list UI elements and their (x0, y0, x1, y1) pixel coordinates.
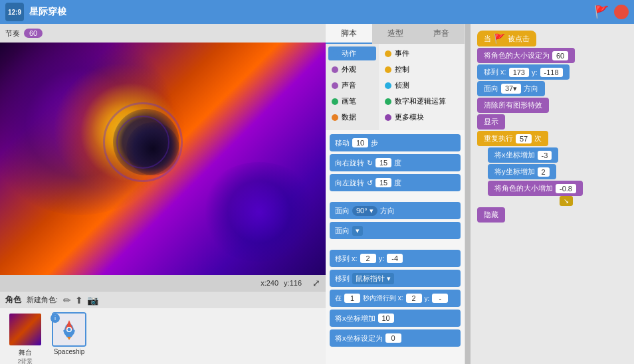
block-goto-label: 移到 x: (335, 254, 358, 264)
cat-events[interactable]: 事件 (381, 46, 462, 60)
change-size-block[interactable]: 将角色的大小增加 -0.8 (488, 181, 583, 196)
change-y-block[interactable]: 将y坐标增加 2 (488, 164, 556, 179)
cat-control[interactable]: 控制 (381, 62, 462, 76)
sprite-panel-title: 角色 (5, 294, 21, 306)
block-goto-mouse-label: 移到 (335, 274, 350, 284)
cat-sound-label: 声音 (342, 80, 356, 90)
camera-icon[interactable]: 📷 (87, 295, 98, 306)
blocks-categories: 动作 外观 声音 画笔 数据 (326, 44, 465, 130)
stage-item[interactable]: 舞台 2背景 (5, 312, 45, 364)
hide-block[interactable]: 隐藏 (477, 207, 505, 223)
svg-point-3 (68, 328, 71, 331)
change-x-block[interactable]: 将x坐标增加 -3 (488, 147, 558, 163)
event-block-row: 当 🚩 被点击 (477, 31, 583, 46)
new-sprite-label: 新建角色: (27, 295, 58, 305)
event-block[interactable]: 当 🚩 被点击 (477, 31, 536, 46)
block-move-value[interactable]: 10 (352, 138, 368, 147)
block-turn-left-value[interactable]: 15 (375, 178, 391, 187)
block-turn-left[interactable]: 向左旋转 ↺ 15 度 (330, 174, 461, 191)
stage-canvas (0, 43, 326, 275)
block-move-label: 移动 (335, 138, 350, 148)
block-goto-x[interactable]: 2 (360, 254, 376, 263)
block-face-dir-label: 面向 (335, 206, 350, 216)
show-block[interactable]: 显示 (477, 114, 505, 130)
block-goto[interactable]: 移到 x: 2 y: -4 (330, 250, 461, 267)
set-size-block[interactable]: 将角色的大小设定为 60 (477, 48, 575, 63)
face-dir-value[interactable]: 37▾ (501, 84, 521, 94)
coord-y-value: 116 (290, 279, 302, 287)
block-goto-y[interactable]: -4 (387, 254, 403, 263)
cat-operators[interactable]: 数字和逻辑运算 (381, 94, 462, 108)
block-move[interactable]: 移动 10 步 (330, 134, 461, 151)
block-turn-left-suffix: 度 (394, 178, 401, 188)
coord-y-label: y: (284, 279, 290, 287)
block-face-dir-value[interactable]: 90° ▾ (352, 206, 377, 216)
block-change-x[interactable]: 将x坐标增加 10 (330, 310, 461, 327)
cat-sound[interactable]: 声音 (328, 78, 376, 92)
tab-sounds[interactable]: 声音 (418, 24, 465, 44)
block-face[interactable]: 面向 ▾ (330, 222, 461, 239)
face-dir-suffix: 方向 (524, 84, 538, 94)
change-y-value[interactable]: 2 (538, 167, 550, 177)
event-flag-icon: 🚩 (494, 33, 505, 44)
expand-icon[interactable]: ↘ (560, 196, 573, 206)
blocks-panel: 脚本 造型 声音 动作 外观 声音 (326, 24, 465, 364)
tab-costumes[interactable]: 造型 (372, 24, 419, 44)
sprite-header-icons: ✏ ⬆ 📷 (63, 295, 98, 306)
paint-brush-icon[interactable]: ✏ (63, 295, 71, 306)
show-row: 显示 (477, 114, 583, 130)
block-set-x-value[interactable]: 0 (385, 333, 401, 343)
sprite-panel: 角色 新建角色: ✏ ⬆ 📷 舞台 2背景 (0, 291, 326, 364)
block-set-x[interactable]: 将x坐标设定为 0 (330, 329, 461, 347)
change-x-value[interactable]: -3 (538, 151, 552, 160)
blocks-tabs: 脚本 造型 声音 (326, 24, 465, 44)
cat-pen[interactable]: 画笔 (328, 94, 376, 108)
clear-effects-block[interactable]: 清除所有图形特效 (477, 98, 549, 113)
tab-scripts[interactable]: 脚本 (326, 24, 372, 44)
coord-x-label: x: (261, 279, 266, 287)
event-label: 当 (484, 34, 491, 44)
block-face-dropdown[interactable]: ▾ (352, 226, 363, 236)
block-goto-y-label: y: (379, 254, 385, 262)
block-glide-y[interactable]: - (432, 294, 448, 303)
green-flag-button[interactable]: 🚩 (594, 5, 609, 19)
goto-xy-block[interactable]: 移到 x: 173 y: -118 (477, 64, 570, 80)
goto-x-value[interactable]: 173 (509, 68, 529, 77)
goto-y-value[interactable]: -118 (540, 68, 563, 77)
block-glide-mid: 秒内滑行到 x: (363, 294, 403, 303)
repeat-value[interactable]: 57 (516, 134, 532, 143)
change-size-value[interactable]: -0.8 (556, 184, 576, 193)
sprite-info-badge[interactable]: i (51, 314, 60, 323)
panel-divider[interactable] (465, 24, 471, 364)
block-face-dir[interactable]: 面向 90° ▾ 方向 (330, 202, 461, 219)
expand-stage-icon[interactable]: ⤢ (312, 278, 320, 288)
cat-motion[interactable]: 动作 (328, 46, 376, 60)
block-turn-right[interactable]: 向右旋转 ↻ 15 度 (330, 154, 461, 171)
face-dir-block[interactable]: 面向 37▾ 方向 (477, 81, 545, 96)
repeat-block[interactable]: 重复执行 57 次 (477, 131, 548, 146)
block-glide[interactable]: 在 1 秒内滑行到 x: 2 y: - (330, 290, 461, 307)
block-glide-y-label: y: (425, 295, 430, 302)
block-goto-mouse[interactable]: 移到 鼠标指针 ▾ (330, 270, 461, 287)
block-divider-2 (330, 242, 461, 247)
stage-name: 舞台 (19, 348, 32, 357)
cat-more-label: 更多模块 (395, 112, 424, 122)
block-glide-time[interactable]: 1 (344, 294, 360, 303)
hide-label: 隐藏 (484, 210, 498, 220)
cat-looks[interactable]: 外观 (328, 62, 376, 76)
block-turn-right-value[interactable]: 15 (375, 158, 391, 167)
block-glide-x[interactable]: 2 (406, 294, 422, 303)
goto-label: 移到 x: (484, 67, 506, 77)
cat-more-dot (385, 114, 391, 121)
cat-data[interactable]: 数据 (328, 110, 376, 124)
beats-value: 60 (24, 29, 43, 38)
stop-button[interactable] (614, 5, 629, 19)
set-size-value[interactable]: 60 (552, 51, 568, 60)
cat-sensing[interactable]: 侦测 (381, 78, 462, 92)
cat-more[interactable]: 更多模块 (381, 110, 462, 124)
stage-sublabel: 2背景 (17, 357, 33, 364)
block-change-x-value[interactable]: 10 (378, 314, 394, 323)
block-goto-mouse-dropdown[interactable]: 鼠标指针 ▾ (352, 273, 394, 284)
cat-events-label: 事件 (395, 48, 409, 58)
upload-icon[interactable]: ⬆ (75, 295, 83, 306)
